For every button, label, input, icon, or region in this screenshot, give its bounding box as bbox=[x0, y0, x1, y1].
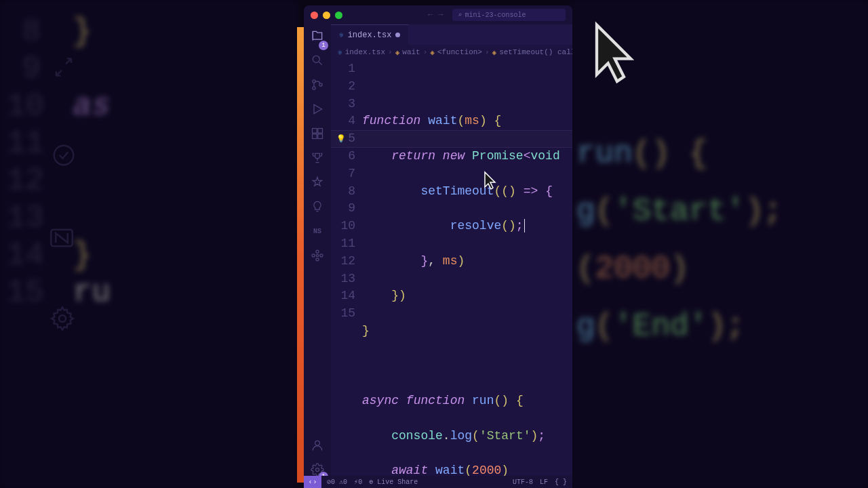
extensions-icon[interactable] bbox=[310, 126, 325, 141]
close-window-button[interactable] bbox=[311, 12, 318, 19]
svg-point-16 bbox=[315, 441, 320, 445]
bg-icon-check bbox=[51, 142, 77, 175]
explorer-badge: 1 bbox=[319, 41, 328, 50]
code-editor[interactable]: 💡 1 2 3 4 5 6 7 8 9 10 11 12 13 14 15 bbox=[331, 60, 572, 476]
svg-point-14 bbox=[312, 254, 315, 257]
status-ports[interactable]: ⚡0 bbox=[354, 478, 362, 486]
react-file-icon: ⚛ bbox=[339, 30, 344, 39]
bookmark-icon[interactable] bbox=[310, 175, 325, 190]
dock-gradient-sliver bbox=[297, 27, 304, 483]
nav-back-button[interactable]: ← bbox=[428, 10, 433, 20]
search-icon: ⌕ bbox=[458, 11, 462, 19]
search-placeholder-text: mini-23-console bbox=[465, 12, 526, 19]
svg-point-2 bbox=[59, 315, 66, 322]
flower-icon[interactable] bbox=[310, 248, 325, 263]
svg-point-12 bbox=[316, 250, 319, 253]
account-icon[interactable] bbox=[310, 438, 325, 453]
command-center-search[interactable]: ⌕ mini-23-console bbox=[452, 9, 566, 21]
tab-bar: ⚛ index.tsx bbox=[331, 24, 572, 45]
titlebar: ← → ⌕ mini-23-console bbox=[304, 5, 572, 24]
tab-index-tsx[interactable]: ⚛ index.tsx bbox=[331, 24, 408, 45]
lightbulb-icon[interactable]: 💡 bbox=[336, 131, 346, 148]
svg-point-17 bbox=[316, 468, 319, 472]
svg-rect-7 bbox=[313, 129, 317, 134]
svg-point-13 bbox=[316, 258, 319, 261]
status-encoding[interactable]: UTF-8 bbox=[513, 479, 533, 486]
trophy-icon[interactable] bbox=[310, 150, 325, 165]
minimize-window-button[interactable] bbox=[323, 12, 330, 19]
svg-point-4 bbox=[313, 80, 315, 83]
tab-filename: index.tsx bbox=[348, 30, 392, 40]
maximize-window-button[interactable] bbox=[335, 12, 342, 19]
nav-forward-button[interactable]: → bbox=[438, 10, 443, 20]
file-icon: ⚛ bbox=[338, 48, 342, 57]
bg-icon-share bbox=[51, 54, 77, 87]
background-blur-left: 8 } 9 10 as 11 12 13 14 } 15 ru bbox=[0, 0, 298, 488]
activity-bar: 1 NS bbox=[304, 24, 331, 483]
tab-dirty-indicator bbox=[395, 33, 400, 37]
bg-icon-n bbox=[47, 224, 76, 259]
overlay-cursor-large bbox=[590, 20, 644, 88]
line-number-gutter: 1 2 3 4 5 6 7 8 9 10 11 12 13 14 15 bbox=[331, 60, 362, 476]
svg-point-3 bbox=[313, 56, 319, 62]
svg-point-5 bbox=[313, 87, 315, 89]
letter-n-icon[interactable]: NS bbox=[310, 224, 325, 239]
svg-rect-9 bbox=[313, 134, 317, 139]
search-sidebar-icon[interactable] bbox=[310, 53, 325, 68]
editor-window: ← → ⌕ mini-23-console 1 bbox=[304, 5, 572, 483]
run-debug-icon[interactable] bbox=[310, 102, 325, 117]
lightbulb-sidebar-icon[interactable] bbox=[310, 199, 325, 214]
svg-rect-8 bbox=[318, 129, 323, 134]
status-bar: ⊘0 ⚠0 ⚡0 ⊕ Live Share UTF-8 LF { } bbox=[304, 476, 572, 488]
status-language[interactable]: { } bbox=[555, 479, 567, 486]
svg-point-6 bbox=[319, 83, 322, 86]
text-cursor bbox=[524, 219, 525, 232]
breadcrumb[interactable]: ⚛ index.tsx › ◈ wait › ◈ <function> › ◈ … bbox=[331, 45, 572, 60]
status-eol[interactable]: LF bbox=[540, 479, 548, 486]
svg-point-0 bbox=[54, 146, 74, 165]
code-content[interactable]: function wait(ms) { return new Promise<v… bbox=[362, 60, 572, 476]
svg-point-11 bbox=[316, 254, 318, 256]
symbol-icon: ◈ bbox=[395, 48, 400, 57]
breadcrumb-file: index.tsx bbox=[345, 48, 385, 56]
symbol-icon: ◈ bbox=[430, 48, 435, 57]
status-liveshare[interactable]: ⊕ Live Share bbox=[369, 478, 418, 486]
source-control-icon[interactable] bbox=[310, 77, 325, 92]
status-problems[interactable]: ⊘0 ⚠0 bbox=[327, 478, 347, 486]
traffic-lights bbox=[311, 12, 342, 19]
breadcrumb-sym1: wait bbox=[402, 48, 420, 56]
breadcrumb-sym3: setTimeout() callback bbox=[499, 48, 572, 56]
bg-icon-gear bbox=[49, 305, 76, 339]
remote-indicator[interactable] bbox=[304, 476, 321, 488]
overlay-cursor-small bbox=[483, 171, 499, 191]
symbol-icon: ◈ bbox=[492, 48, 497, 57]
active-line-highlight bbox=[331, 130, 572, 148]
svg-rect-10 bbox=[318, 134, 323, 139]
breadcrumb-sym2: <function> bbox=[437, 48, 482, 56]
svg-point-15 bbox=[320, 254, 323, 257]
